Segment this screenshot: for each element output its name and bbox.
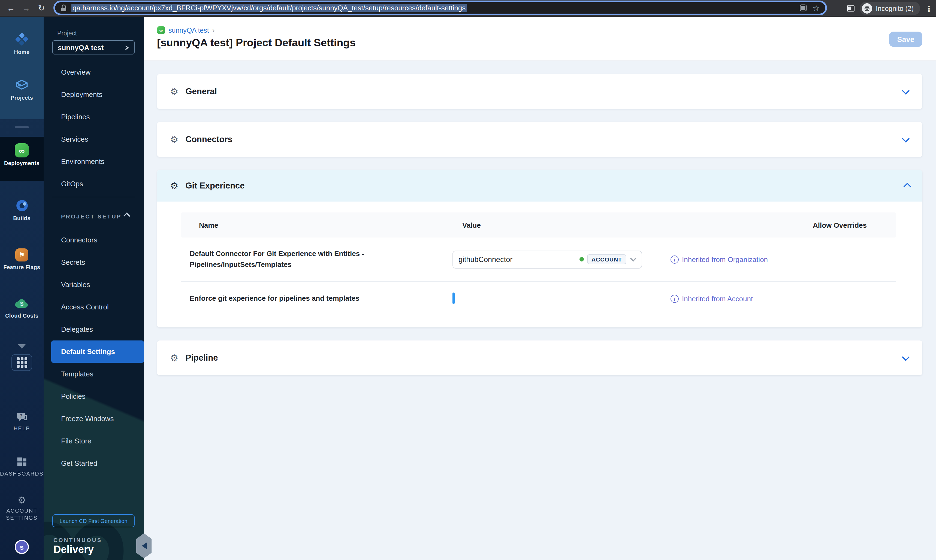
section-git-experience: ⚙ Git Experience Name Value Allow Overri… [157,170,922,328]
rail-item-projects[interactable]: Projects [0,78,44,102]
sidebar-item-default-settings[interactable]: Default Settings [51,340,144,363]
info-icon: i [671,294,679,303]
browser-reload-button[interactable]: ↻ [34,3,49,13]
sidebar-item-deployments[interactable]: Deployments [44,83,144,106]
rail-item-deployments[interactable]: ∞ Deployments [0,143,44,167]
chevron-right-icon [124,45,129,50]
main-content: ∞ sunnyQA test › [sunnyQA test] Project … [144,17,936,560]
sidebar-item-gitops[interactable]: GitOps [44,173,144,195]
cd-module-icon: ∞ [157,26,165,34]
module-picker-button[interactable] [11,354,32,371]
enforce-git-checkbox[interactable] [452,292,455,304]
browser-toolbar: ← → ↻ qa.harness.io/ng/account/px7xd_BFR… [0,0,936,17]
breadcrumb: ∞ sunnyQA test › [157,26,214,34]
project-selector[interactable]: sunnyQA test [52,40,135,54]
inherited-link[interactable]: i Inherited from Organization [671,255,896,263]
rail-item-dashboards[interactable]: DASHBOARDS [0,456,44,477]
gear-code-icon: ⚙ [170,181,179,191]
setting-name: Default Connector For Git Experience wit… [190,248,393,271]
status-dot-icon [580,257,584,262]
rail-item-help[interactable]: ? HELP [0,412,44,432]
section-general: ⚙ General [157,74,922,109]
section-connectors-header[interactable]: ⚙ Connectors [157,122,922,157]
section-pipeline-header[interactable]: ⚙ Pipeline [157,340,922,375]
sidebar-nav: Overview Deployments Pipelines Services … [44,61,144,195]
sidebar-item-freeze-windows[interactable]: Freeze Windows [44,408,144,430]
breadcrumb-project-link[interactable]: sunnyQA test [168,26,209,34]
user-avatar[interactable]: s [15,540,29,554]
address-bar[interactable]: qa.harness.io/ng/account/px7xd_BFRCi-pfW… [53,0,827,15]
help-icon: ? [16,412,28,423]
chevron-up-icon[interactable] [904,183,911,191]
page-title: [sunnyQA test] Project Default Settings [157,37,356,49]
sidebar-item-templates[interactable]: Templates [44,363,144,385]
project-setup-header[interactable]: PROJECT SETUP [44,209,144,224]
project-setup-list: Connectors Secrets Variables Access Cont… [44,229,144,474]
home-icon [15,32,29,46]
bookmark-star-icon[interactable]: ☆ [813,3,820,13]
svg-text:?: ? [20,414,22,418]
section-connectors: ⚙ Connectors [157,122,922,157]
page-header: ∞ sunnyQA test › [sunnyQA test] Project … [144,17,936,61]
rail-collapse-chevron-icon[interactable] [18,344,26,349]
table-row: Enforce git experience for pipelines and… [181,282,896,315]
chevron-down-icon[interactable] [902,87,910,94]
section-pipeline: ⚙ Pipeline [157,340,922,375]
settings-content: ⚙ General ⚙ Connectors ⚙ Git Exp [144,61,936,560]
browser-forward-button[interactable]: → [19,3,34,12]
rail-item-builds[interactable]: Builds [0,199,44,222]
save-button[interactable]: Save [889,32,922,47]
project-label: Project [57,30,77,37]
rail-item-feature-flags[interactable]: ⚑ Feature Flags [0,248,44,271]
svg-text:$: $ [20,300,23,307]
sidebar-item-variables[interactable]: Variables [44,274,144,296]
setting-name: Enforce git experience for pipelines and… [190,293,393,304]
info-icon: i [671,255,679,263]
inherited-link[interactable]: i Inherited from Account [671,294,896,303]
tab-groups-icon[interactable] [799,4,807,12]
sidebar-item-services[interactable]: Services [44,128,144,150]
column-header-name: Name [199,221,462,229]
scope-badge: ACCOUNT [587,254,626,264]
chevron-down-icon[interactable] [902,135,910,142]
launch-cd-first-gen-button[interactable]: Launch CD First Generation [52,514,135,527]
sidebar-item-access-control[interactable]: Access Control [44,296,144,318]
browser-back-button[interactable]: ← [3,3,19,12]
sidebar-item-pipelines[interactable]: Pipelines [44,106,144,128]
sidebar-item-overview[interactable]: Overview [44,61,144,83]
sidebar-item-delegates[interactable]: Delegates [44,318,144,340]
sidebar-item-secrets[interactable]: Secrets [44,251,144,274]
account-settings-gear-icon: ⚙ [18,496,26,505]
rail-item-home[interactable]: Home [0,32,44,56]
sidebar-item-get-started[interactable]: Get Started [44,452,144,474]
sidebar-item-policies[interactable]: Policies [44,385,144,408]
builds-icon [15,199,29,212]
sidebar-divider [52,197,135,197]
sidebar-item-file-store[interactable]: File Store [44,430,144,452]
sidebar-item-environments[interactable]: Environments [44,150,144,173]
git-experience-body: Name Value Allow Overrides Default Conne… [157,202,922,328]
section-general-header[interactable]: ⚙ General [157,74,922,109]
rail-item-account-settings[interactable]: ⚙ ACCOUNT SETTINGS [0,496,44,522]
connector-select[interactable]: githubConnector ACCOUNT [452,250,642,268]
rail-item-cloud-costs[interactable]: $ Cloud Costs [0,297,44,320]
gear-icon: ⚙ [170,87,179,96]
table-row: Default Connector For Git Experience wit… [181,237,896,281]
incognito-icon [862,3,872,14]
sidebar-item-connectors[interactable]: Connectors [44,229,144,251]
browser-menu-icon[interactable]: ⋮ [925,4,933,13]
url-text: qa.harness.io/ng/account/px7xd_BFRCi-pfW… [71,4,793,12]
chevron-left-icon [142,543,146,549]
chevron-down-icon[interactable] [902,353,910,361]
section-git-experience-header[interactable]: ⚙ Git Experience [157,170,922,202]
grid-icon [17,357,27,368]
projects-icon [15,78,29,92]
chevron-down-icon [630,255,637,262]
dashboards-icon [16,456,28,468]
module-rail: Home Projects ∞ Deployments Builds [0,17,44,560]
incognito-badge[interactable]: Incognito (2) [859,2,920,15]
chevron-up-icon [123,212,130,219]
project-sidebar: ∞ Project sunnyQA test Overview Deployme… [44,17,144,560]
split-screen-icon[interactable] [846,5,854,12]
module-name: Delivery [53,544,94,555]
